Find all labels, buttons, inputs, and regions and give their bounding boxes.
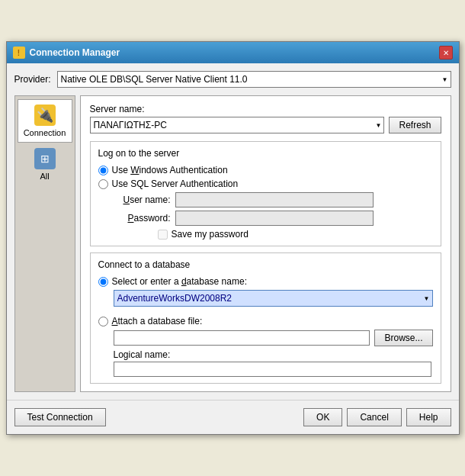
password-label: Password:	[114, 213, 171, 224]
windows-auth-radio[interactable]	[98, 166, 108, 175]
server-name-dropdown[interactable]: ΠΑΝΑΓΙΩΤΗΣ-PC	[90, 117, 385, 133]
sql-auth-label: Use SQL Server Authentication	[112, 178, 239, 189]
attach-file-row: Attach a database file:	[98, 316, 433, 326]
provider-select-wrapper: Native OLE DB\SQL Server Native Client 1…	[57, 71, 451, 88]
content-panel: Server name: ΠΑΝΑΓΙΩΤΗΣ-PC Refresh Log o…	[80, 95, 451, 392]
select-db-row: Select or enter a database name:	[98, 276, 433, 287]
logon-group-title: Log on to the server	[98, 148, 433, 159]
save-password-label: Save my password	[172, 229, 249, 240]
footer: Test Connection OK Cancel Help	[7, 400, 459, 434]
db-group: Connect to a database Select or enter a …	[90, 252, 441, 384]
close-button[interactable]: ✕	[439, 46, 453, 60]
username-label: User name:	[114, 195, 171, 205]
logical-name-section: Logical name:	[114, 349, 433, 377]
ok-button[interactable]: OK	[303, 408, 342, 426]
server-name-row: ΠΑΝΑΓΙΩΤΗΣ-PC Refresh	[90, 117, 441, 133]
title-bar: ! Connection Manager ✕	[7, 42, 459, 63]
logical-name-label: Logical name:	[114, 349, 171, 360]
sidebar-all-label: All	[40, 172, 49, 181]
provider-row: Provider: Native OLE DB\SQL Server Nativ…	[14, 71, 451, 88]
attach-file-input[interactable]	[114, 330, 370, 346]
sql-auth-radio[interactable]	[98, 179, 108, 189]
password-input[interactable]	[175, 211, 374, 226]
all-icon: ⊞	[34, 148, 56, 169]
help-button[interactable]: Help	[406, 408, 451, 426]
main-area: 🔌 Connection ⊞ All Server name: ΠΑΝΑΓ	[14, 95, 451, 392]
sql-auth-row: Use SQL Server Authentication	[98, 178, 433, 189]
username-row: User name:	[114, 192, 433, 207]
sidebar-item-connection[interactable]: 🔌 Connection	[18, 99, 72, 143]
connection-manager-window: ! Connection Manager ✕ Provider: Native …	[6, 41, 460, 435]
logon-group: Log on to the server Use Windows Authent…	[90, 141, 441, 246]
refresh-button[interactable]: Refresh	[389, 117, 441, 133]
windows-auth-row: Use Windows Authentication	[98, 165, 433, 175]
password-row: Password:	[114, 211, 433, 226]
sidebar-item-all[interactable]: ⊞ All	[18, 143, 72, 186]
test-connection-button[interactable]: Test Connection	[14, 408, 106, 426]
save-password-checkbox[interactable]	[158, 230, 168, 240]
username-input[interactable]	[175, 192, 374, 207]
sidebar: 🔌 Connection ⊞ All	[14, 95, 75, 392]
select-db-label: Select or enter a database name:	[112, 276, 247, 287]
connection-icon: 🔌	[34, 105, 56, 126]
attach-file-radio[interactable]	[98, 317, 108, 326]
db-group-title: Connect to a database	[98, 259, 433, 270]
footer-right: OK Cancel Help	[303, 408, 451, 426]
window-body: Provider: Native OLE DB\SQL Server Nativ…	[7, 63, 459, 400]
save-password-row: Save my password	[158, 229, 433, 240]
provider-select[interactable]: Native OLE DB\SQL Server Native Client 1…	[57, 71, 451, 88]
server-name-select[interactable]: ΠΑΝΑΓΙΩΤΗΣ-PC	[90, 117, 385, 133]
attach-file-input-row: Browse...	[114, 330, 433, 346]
windows-auth-label: Use Windows Authentication	[112, 165, 228, 175]
window-icon: !	[13, 47, 25, 59]
db-name-dropdown-wrapper[interactable]: AdventureWorksDW2008R2	[114, 290, 433, 307]
cancel-button[interactable]: Cancel	[347, 408, 401, 426]
server-name-label: Server name:	[90, 104, 441, 114]
browse-button[interactable]: Browse...	[374, 330, 432, 346]
sql-auth-fields: User name: Password:	[114, 192, 433, 226]
db-name-select[interactable]: AdventureWorksDW2008R2	[114, 290, 433, 307]
provider-label: Provider:	[14, 74, 51, 85]
window-title: Connection Manager	[30, 47, 120, 58]
attach-file-label: Attach a database file:	[112, 316, 203, 326]
select-db-radio[interactable]	[98, 277, 108, 287]
logical-name-input[interactable]	[114, 362, 431, 377]
server-name-section: Server name: ΠΑΝΑΓΙΩΤΗΣ-PC Refresh	[90, 104, 441, 133]
sidebar-connection-label: Connection	[24, 128, 66, 137]
